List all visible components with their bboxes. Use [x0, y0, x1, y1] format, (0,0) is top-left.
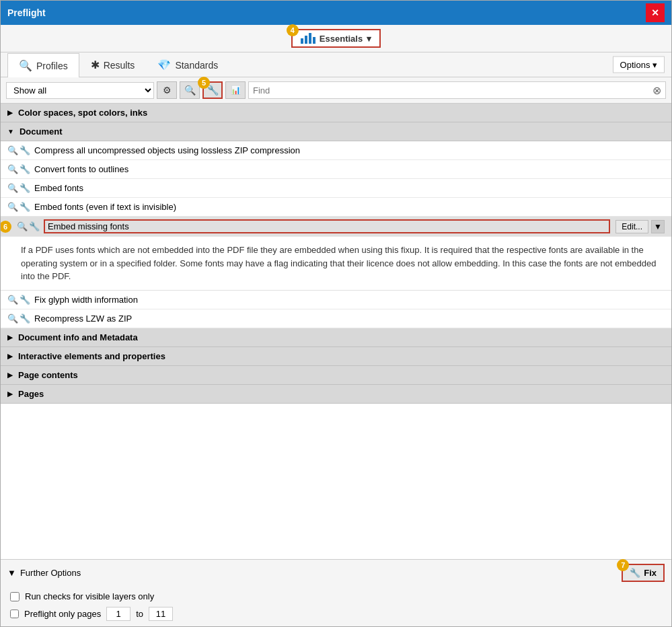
- item-search-icon: 🔍: [7, 294, 18, 305]
- item-icons: 🔍 🔧: [7, 183, 30, 194]
- category-document[interactable]: ▼ Document: [1, 122, 671, 141]
- tabs-row: 🔍 Profiles ✱ Results 💎 Standards Options…: [1, 52, 671, 77]
- options-button[interactable]: Options ▾: [613, 57, 665, 73]
- arrow-pages: ▶: [7, 390, 13, 398]
- list-item: 🔍 🔧 Fix glyph width information: [1, 291, 671, 309]
- badge-4: 4: [287, 24, 299, 36]
- list-item: 🔍 🔧 Embed fonts (even if text is invisib…: [1, 198, 671, 217]
- tab-results[interactable]: ✱ Results: [79, 52, 147, 77]
- checkbox-visible-layers[interactable]: [10, 592, 20, 601]
- item-wrench-icon: 🔧: [20, 183, 30, 194]
- tab-standards-label: Standards: [175, 60, 218, 71]
- tab-profiles-label: Profiles: [36, 61, 68, 71]
- category-page-contents-label: Page contents: [18, 370, 78, 380]
- item-search-icon: 🔍: [7, 313, 18, 324]
- list-item-embed-missing[interactable]: 6 🔍 🔧 Embed missing fonts Edit... ▼: [1, 217, 671, 237]
- item-search-icon: 🔍: [7, 183, 18, 194]
- item-label-embed-fonts: Embed fonts: [34, 183, 665, 193]
- further-options: ▼ Further Options 7 🔧 Fix Run checks for…: [1, 559, 671, 626]
- toolbar-wrench-icon-btn[interactable]: 5 🔧: [202, 81, 223, 99]
- item-icons: 🔍 🔧: [7, 313, 30, 324]
- checkbox-preflight-pages[interactable]: [10, 610, 19, 618]
- badge-6: 6: [1, 221, 11, 233]
- item-icons: 🔍 🔧: [7, 164, 30, 175]
- preflight-window: Preflight ✕ 4 Essentials ▾ 🔍 Profiles ✱ …: [0, 0, 672, 627]
- tab-profiles[interactable]: 🔍 Profiles: [7, 53, 79, 77]
- item-label-convert-fonts: Convert fonts to outlines: [34, 164, 665, 174]
- description-text: If a PDF uses fonts which are not embedd…: [21, 245, 657, 281]
- tab-standards[interactable]: 💎 Standards: [146, 52, 229, 77]
- item-label-recompress-lzw: Recompress LZW as ZIP: [34, 314, 665, 324]
- list-item: 🔍 🔧 Convert fonts to outlines: [1, 160, 671, 179]
- edit-button[interactable]: Edit...: [615, 220, 648, 233]
- toolbar-settings-icon-btn[interactable]: ⚙: [157, 81, 177, 99]
- category-page-contents[interactable]: ▶ Page contents: [1, 366, 671, 385]
- pages-row: Preflight only pages to: [10, 607, 662, 621]
- preflight-pages-label: Preflight only pages: [24, 609, 101, 619]
- pages-to-input[interactable]: [149, 607, 173, 621]
- category-pages[interactable]: ▶ Pages: [1, 385, 671, 404]
- description-box: If a PDF uses fonts which are not embedd…: [1, 237, 671, 291]
- expand-button[interactable]: ▼: [651, 220, 665, 233]
- item-wrench-icon: 🔧: [20, 145, 30, 156]
- toolbar-chart-icon-btn[interactable]: 📊: [225, 81, 246, 99]
- arrow-page-contents: ▶: [7, 371, 13, 379]
- search-icon: 🔍: [184, 85, 196, 96]
- further-options-body: Run checks for visible layers only Prefl…: [1, 586, 671, 626]
- essentials-bar: 4 Essentials ▾: [1, 25, 671, 52]
- settings-icon: ⚙: [163, 85, 172, 96]
- checkbox-row-visible-layers: Run checks for visible layers only: [10, 591, 662, 601]
- item-label-embed-missing: Embed missing fonts: [44, 219, 610, 233]
- arrow-doc-info: ▶: [7, 334, 13, 341]
- arrow-document: ▼: [7, 128, 14, 135]
- filter-select[interactable]: Show all: [6, 82, 154, 99]
- search-box: ⊗: [248, 81, 666, 99]
- category-color-spaces[interactable]: ▶ Color spaces, spot colors, inks: [1, 104, 671, 122]
- further-options-collapse-arrow: ▼: [7, 568, 16, 578]
- item-search-icon: 🔍: [7, 145, 18, 156]
- main-content: ▶ Color spaces, spot colors, inks ▼ Docu…: [1, 104, 671, 559]
- item-icons: 🔍 🔧: [17, 221, 40, 232]
- search-clear-icon[interactable]: ⊗: [652, 84, 661, 97]
- list-item: 🔍 🔧 Embed fonts: [1, 179, 671, 198]
- results-icon: ✱: [91, 59, 100, 71]
- item-wrench-icon: 🔧: [20, 313, 30, 324]
- fix-button[interactable]: 7 🔧 Fix: [622, 564, 665, 582]
- arrow-interactive: ▶: [7, 353, 13, 360]
- item-wrench-icon: 🔧: [29, 221, 40, 232]
- tab-results-label: Results: [104, 60, 135, 71]
- category-color-spaces-label: Color spaces, spot colors, inks: [18, 108, 147, 118]
- essentials-button[interactable]: 4 Essentials ▾: [291, 29, 381, 48]
- essentials-chart-icon: [301, 33, 315, 44]
- fix-wrench-icon: 🔧: [630, 568, 640, 578]
- pages-from-input[interactable]: [106, 607, 130, 621]
- category-interactive[interactable]: ▶ Interactive elements and properties: [1, 347, 671, 366]
- checkbox-visible-layers-label: Run checks for visible layers only: [25, 591, 154, 601]
- category-interactive-label: Interactive elements and properties: [18, 351, 165, 361]
- item-search-icon: 🔍: [7, 164, 18, 175]
- profiles-icon: 🔍: [19, 59, 32, 72]
- category-document-label: Document: [20, 126, 63, 137]
- badge-7: 7: [617, 559, 629, 571]
- item-search-icon: 🔍: [7, 202, 18, 213]
- title-bar: Preflight ✕: [1, 1, 671, 25]
- item-label-fix-glyph: Fix glyph width information: [34, 295, 665, 305]
- category-doc-info[interactable]: ▶ Document info and Metadata: [1, 328, 671, 347]
- item-wrench-icon: 🔧: [20, 164, 30, 175]
- further-options-left: ▼ Further Options: [7, 568, 81, 578]
- further-options-label: Further Options: [20, 568, 81, 578]
- window-title: Preflight: [7, 7, 46, 18]
- item-icons: 🔍 🔧: [7, 202, 30, 213]
- item-wrench-icon: 🔧: [20, 202, 30, 213]
- list-item: 🔍 🔧 Recompress LZW as ZIP: [1, 309, 671, 328]
- badge-5: 5: [198, 77, 210, 89]
- essentials-dropdown-arrow: ▾: [367, 34, 371, 44]
- search-input[interactable]: [253, 85, 652, 96]
- arrow-color-spaces: ▶: [7, 109, 13, 116]
- further-options-header[interactable]: ▼ Further Options 7 🔧 Fix: [1, 560, 671, 586]
- toolbar-search-icon-btn[interactable]: 🔍: [180, 81, 200, 99]
- toolbar: Show all ⚙ 🔍 5 🔧 📊 ⊗: [1, 77, 671, 104]
- item-icons: 🔍 🔧: [7, 145, 30, 156]
- close-button[interactable]: ✕: [646, 3, 665, 22]
- fix-label: Fix: [644, 568, 657, 578]
